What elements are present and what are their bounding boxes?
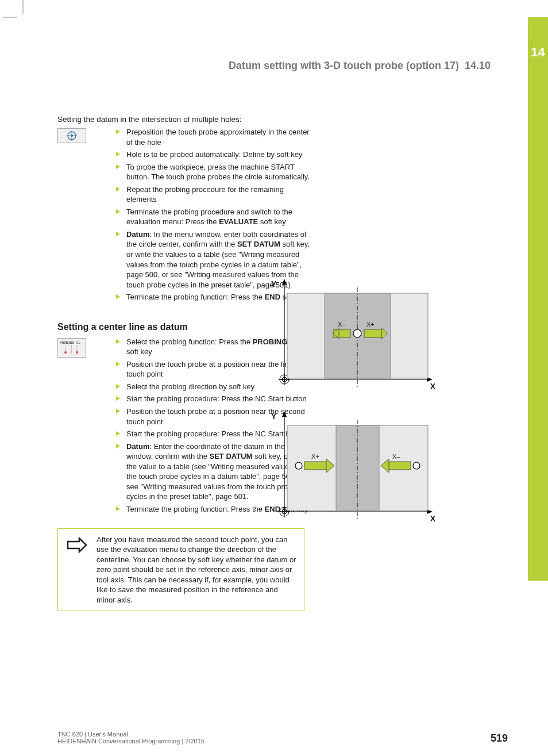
diagram-centerline-inside: Y X X– X+ <box>270 276 437 397</box>
svg-marker-28 <box>282 411 287 417</box>
page-footer: TNC 620 | User's Manual HEIDENHAIN Conve… <box>57 731 508 745</box>
page-number: 519 <box>491 732 508 745</box>
section1-intro: Setting the datum in the intersection of… <box>57 115 494 124</box>
chapter-number: 14 <box>528 17 548 60</box>
note-text: After you have measured the second touch… <box>97 535 297 605</box>
svg-marker-12 <box>282 279 287 285</box>
axis-x-label: X <box>430 382 435 391</box>
diagram-centerline-outside: Y X X+ X– <box>270 408 437 529</box>
svg-point-39 <box>413 462 420 469</box>
probing-cl-label: PROBING CL <box>60 340 80 344</box>
header-title: Datum setting with 3-D touch probe (opti… <box>229 60 459 71</box>
note-box: After you have measured the second touch… <box>57 528 304 612</box>
xminus-label-2: X– <box>392 453 400 460</box>
svg-point-9 <box>76 351 78 354</box>
probing-cl-softkey-icon: PROBING CL <box>57 338 86 358</box>
svg-rect-25 <box>364 329 381 337</box>
axis-x-label-2: X <box>430 514 435 523</box>
header-section: 14.10 <box>465 60 491 71</box>
step-item: Terminate the probing procedure and swit… <box>115 207 310 227</box>
step-item: To probe the workpiece, press the machin… <box>115 162 310 182</box>
diagram-area: Y X X– X+ Y X X+ <box>270 276 442 540</box>
chapter-tab: 14 <box>528 17 548 581</box>
xminus-label: X– <box>338 321 345 328</box>
axis-y-label-2: Y <box>271 412 276 421</box>
probe-hole-icon <box>57 128 86 143</box>
svg-rect-42 <box>389 462 411 470</box>
footer-line2: HEIDENHAIN Conversational Programming | … <box>57 738 204 745</box>
step-item: Hole is to be probed automatically: Defi… <box>115 149 310 160</box>
step-item: Preposition the touch probe approximatel… <box>115 127 310 147</box>
axis-y-label: Y <box>271 279 276 289</box>
svg-point-38 <box>295 462 302 469</box>
svg-rect-40 <box>304 462 326 470</box>
step-item: Repeat the probing procedure for the rem… <box>115 185 310 205</box>
svg-point-22 <box>353 329 361 337</box>
note-arrow-icon <box>65 535 97 555</box>
page-header: Datum setting with 3-D touch probe (opti… <box>229 60 491 72</box>
footer-line1: TNC 620 | User's Manual <box>57 731 204 738</box>
svg-point-8 <box>64 351 67 354</box>
xplus-label: X+ <box>366 321 375 328</box>
xplus-label-2: X+ <box>311 453 319 460</box>
